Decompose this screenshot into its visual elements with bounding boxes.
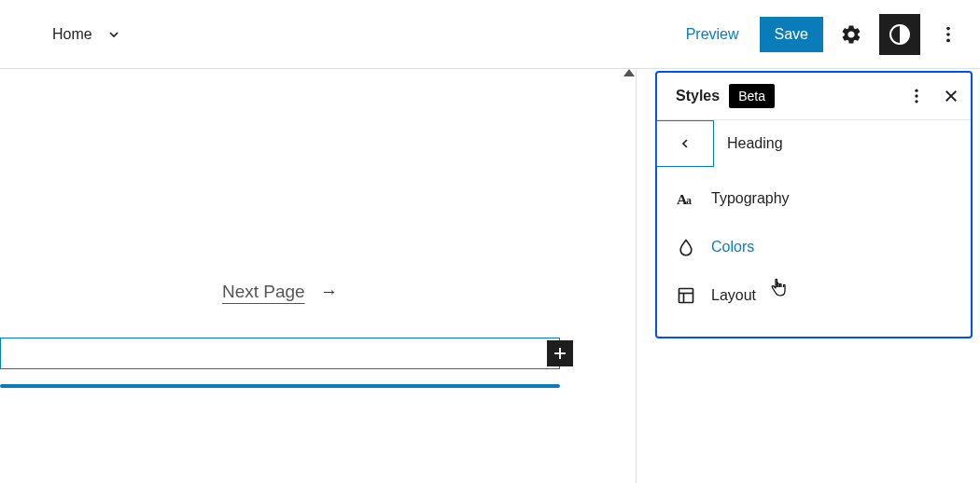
save-button[interactable]: Save [760,17,823,52]
close-panel-button[interactable] [943,88,959,104]
arrow-right-icon: → [320,282,338,301]
styles-header: Styles Beta [657,73,971,120]
styles-item-label: Typography [711,190,790,207]
svg-point-7 [915,90,917,92]
editor-canvas[interactable]: Next Page → [0,69,637,483]
half-circle-icon [889,23,911,46]
styles-list: Aa Typography Colors Layout [657,167,971,337]
styles-item-colors[interactable]: Colors [657,223,971,271]
styles-item-layout[interactable]: Layout [657,271,971,320]
insert-indicator [0,384,560,388]
main-area: Next Page → Styles Beta [0,69,980,483]
svg-point-9 [915,100,917,103]
back-button[interactable] [656,120,714,167]
panel-heading: Heading [727,135,783,152]
svg-rect-14 [679,289,693,303]
styles-title: Styles [676,88,720,104]
preview-link[interactable]: Preview [673,17,752,52]
scroll-arrow-up-icon[interactable] [623,69,637,78]
colors-icon [676,237,696,257]
styles-item-typography[interactable]: Aa Typography [657,174,971,223]
styles-nav-row: Heading [657,120,971,167]
more-menu-button[interactable] [928,14,969,55]
svg-point-8 [915,94,917,97]
svg-point-2 [946,33,950,36]
settings-button[interactable] [831,14,872,55]
styles-item-label: Colors [711,239,754,255]
chevron-down-icon [104,24,124,45]
home-dropdown[interactable]: Home [52,24,124,45]
gear-icon [840,23,862,46]
topbar-actions: Preview Save [673,14,969,55]
home-label: Home [52,26,92,43]
panel-more-button[interactable] [907,87,926,105]
selected-block[interactable] [0,338,560,369]
layout-icon [676,285,696,306]
next-page-row: Next Page → [0,282,560,302]
dots-vertical-icon [938,24,959,45]
styles-toggle-button[interactable] [879,14,920,55]
topbar: Home Preview Save [0,0,980,69]
plus-icon [552,345,568,362]
styles-panel: Styles Beta Heading [655,71,973,338]
svg-marker-4 [623,69,635,76]
svg-point-1 [946,26,950,30]
styles-item-label: Layout [711,287,756,304]
add-block-button[interactable] [547,340,573,366]
typography-icon: Aa [676,188,696,209]
svg-point-3 [946,38,950,42]
beta-badge: Beta [729,84,775,108]
chevron-left-icon [678,136,693,151]
svg-text:a: a [686,194,692,207]
next-page-link[interactable]: Next Page [222,282,305,301]
